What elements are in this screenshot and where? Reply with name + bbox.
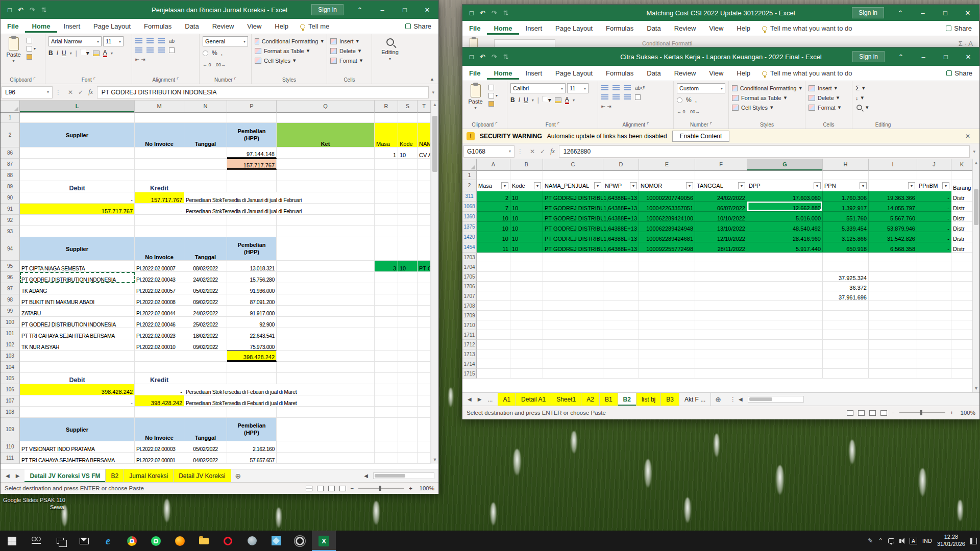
cell[interactable]: Persediaan StokTersedia di Januari di ju… (184, 204, 375, 215)
cell[interactable] (375, 181, 398, 192)
row-header-97[interactable]: 97 (1, 283, 20, 294)
sign-in-button[interactable]: Sign in (311, 4, 344, 15)
zoom-out-icon[interactable]: − (892, 410, 895, 416)
cell[interactable] (277, 339, 375, 350)
qat-customize-icon[interactable]: ⇅ (41, 6, 47, 14)
cell[interactable]: PT TRI CAHAYA SEJAHTERA BERSAMA (20, 328, 135, 339)
cell[interactable] (869, 349, 917, 359)
row-header-1709[interactable]: 1709 (462, 311, 477, 320)
taskbar-icon-chrome[interactable] (120, 531, 144, 551)
row-header-106[interactable]: 106 (1, 384, 20, 395)
taskbar-icon-settings[interactable] (288, 531, 312, 551)
cell[interactable]: 87.091.200 (227, 294, 277, 306)
cell[interactable] (869, 282, 917, 291)
cell[interactable] (477, 359, 510, 369)
cell[interactable] (418, 407, 431, 418)
cell[interactable] (747, 272, 823, 282)
cell[interactable] (398, 418, 418, 441)
cell[interactable] (695, 272, 747, 282)
ribbon-button-format-as-table[interactable]: Format as Table▾ (732, 93, 802, 103)
cell[interactable]: PI.2022.02.00023 (135, 328, 184, 339)
cell[interactable] (917, 359, 951, 369)
font-name-select[interactable]: Calibri▾ (510, 83, 566, 93)
cell[interactable] (603, 253, 639, 262)
align-left-icon[interactable] (601, 94, 608, 99)
cell[interactable] (603, 340, 639, 349)
align-left-icon[interactable] (135, 47, 142, 53)
cell[interactable] (951, 311, 973, 320)
window-penjelasan[interactable]: □↶↷⇅ Penjelasan dan Rincian Jurnal Korek… (0, 0, 439, 494)
cell[interactable] (418, 226, 431, 237)
cell[interactable]: 48.540.492 (747, 222, 823, 232)
cell[interactable] (375, 170, 398, 181)
cell[interactable]: PT G (418, 261, 431, 272)
cell[interactable] (398, 294, 418, 306)
cell[interactable]: Supplier (20, 418, 135, 441)
row-header-1[interactable]: 1 (1, 113, 20, 123)
enable-content-button[interactable]: Enable Content (672, 131, 730, 142)
sheet-tab-detail-a1[interactable]: Detail A1 (516, 393, 551, 406)
cell[interactable] (20, 113, 135, 123)
cell[interactable]: 05/02/2022 (184, 441, 227, 453)
cell[interactable]: 13/10/2022 (695, 222, 747, 232)
row-header-1360[interactable]: 1360 (462, 212, 477, 222)
cell[interactable] (227, 113, 277, 123)
desktop-icon[interactable]: Sewa (50, 504, 64, 510)
cell[interactable] (543, 291, 603, 301)
cell[interactable] (543, 272, 603, 282)
cell[interactable]: - (135, 204, 184, 215)
cell[interactable] (398, 441, 418, 453)
copy-button[interactable]: ▾ (27, 45, 42, 52)
share-button[interactable]: Share (405, 22, 431, 30)
cell[interactable] (823, 311, 869, 320)
tell-me-box[interactable]: Tell me what you want to do (757, 69, 857, 77)
page-break-view-icon[interactable] (880, 410, 887, 416)
zoom-level[interactable]: 100% (417, 485, 434, 491)
row-header-87[interactable]: 87 (1, 159, 20, 170)
cancel-icon[interactable]: ✕ (68, 89, 73, 96)
minimize-button[interactable]: – (371, 1, 394, 19)
cell[interactable] (277, 350, 375, 362)
cell[interactable] (510, 340, 543, 349)
cell[interactable] (277, 362, 375, 373)
cell[interactable] (375, 237, 398, 261)
cell[interactable] (398, 362, 418, 373)
cell[interactable] (510, 272, 543, 282)
cell[interactable] (603, 291, 639, 301)
cell[interactable] (747, 349, 823, 359)
row-header-1711[interactable]: 1711 (462, 330, 477, 340)
sheet-tab-list-bj[interactable]: list bj (636, 393, 661, 406)
row-header-1707[interactable]: 1707 (462, 291, 477, 301)
undo-icon[interactable]: ↶ (480, 53, 485, 61)
speaker-icon[interactable] (899, 539, 904, 543)
cell[interactable]: 100092255772498 (639, 242, 695, 253)
cell[interactable]: 2.162.160 (227, 441, 277, 453)
tab-home[interactable]: Home (487, 22, 519, 35)
undo-icon[interactable]: ↶ (18, 6, 23, 14)
cell[interactable] (639, 171, 695, 180)
cell[interactable]: 157.717.767 (227, 159, 277, 170)
cell[interactable] (951, 171, 973, 180)
ribbon-button-insert[interactable]: Insert▾ (808, 83, 849, 93)
cell[interactable]: 10 (510, 222, 543, 232)
desktop-icon[interactable]: Google Slides (3, 497, 38, 503)
font-name-select[interactable]: Arial Narrow▾ (48, 36, 102, 46)
number-format-select[interactable]: Custom▾ (677, 83, 725, 93)
comma-style-button[interactable]: , (221, 49, 223, 57)
cell[interactable] (603, 349, 639, 359)
cell[interactable] (375, 407, 398, 418)
cell[interactable]: PT GODREJ DISTRIBUTION INDONESIA (20, 272, 135, 283)
cell[interactable] (227, 226, 277, 237)
taskbar-icon-mail[interactable] (72, 531, 96, 551)
cell[interactable]: Debit (20, 181, 135, 192)
cell[interactable] (869, 320, 917, 330)
row-header-91[interactable]: 91 (1, 204, 20, 215)
row-header-2[interactable]: 2 (462, 180, 477, 191)
column-header-d[interactable]: D (603, 159, 639, 171)
cell[interactable] (603, 330, 639, 340)
cell[interactable]: 1 (375, 147, 398, 159)
row-header-1420[interactable]: 1420 (462, 232, 477, 242)
scroll-down-icon[interactable]: ▼ (431, 456, 438, 464)
borders-button[interactable]: ▾ (81, 49, 89, 57)
ribbon-button-insert[interactable]: Insert▾ (330, 36, 369, 46)
